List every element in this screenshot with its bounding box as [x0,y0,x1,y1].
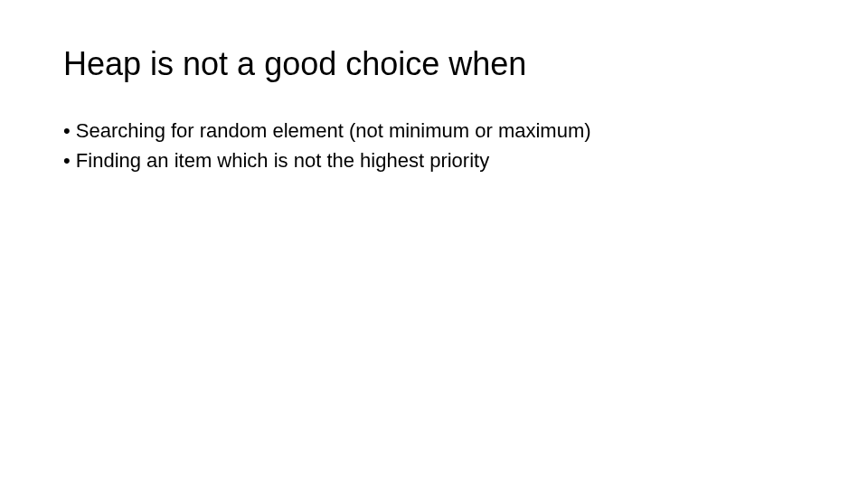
bullet-item: Finding an item which is not the highest… [63,147,805,175]
bullet-list: Searching for random element (not minimu… [63,117,805,175]
bullet-item: Searching for random element (not minimu… [63,117,805,145]
slide-title: Heap is not a good choice when [63,45,805,83]
